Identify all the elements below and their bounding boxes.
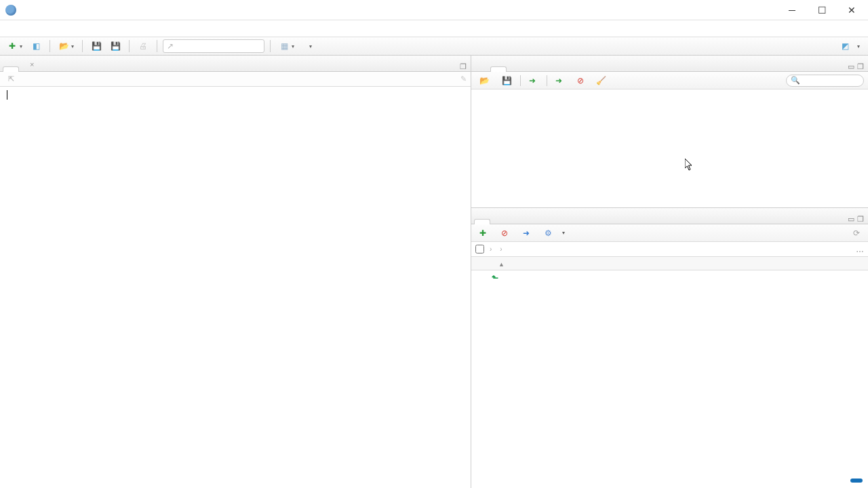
new-project-button[interactable]: ◧: [28, 39, 44, 53]
pane-maximize-icon[interactable]: ❐: [857, 62, 864, 71]
to-console-button[interactable]: ➜: [525, 75, 542, 87]
app-logo-icon: [5, 5, 16, 16]
menu-view[interactable]: [45, 27, 58, 30]
menu-debug[interactable]: [99, 27, 113, 30]
tab-history[interactable]: [490, 66, 507, 72]
save-history-button[interactable]: 💾: [498, 75, 516, 87]
console-cursor: [7, 90, 7, 100]
left-tabs: × ❐: [0, 56, 471, 72]
folder-open-icon: 📂: [58, 41, 69, 52]
save-button[interactable]: 💾: [88, 39, 104, 53]
files-columns-header: ▲: [471, 257, 868, 270]
maximize-button[interactable]: ☐: [807, 0, 837, 20]
save-all-icon: 💾: [110, 41, 121, 52]
project-icon: ◩: [840, 41, 850, 52]
tab-files[interactable]: [474, 219, 490, 224]
menu-build[interactable]: [85, 27, 99, 30]
search-icon: 🔍: [791, 76, 800, 85]
folder-up-icon: ⬑: [492, 273, 498, 283]
files-toolbar: ✚ ⊘ ➜ ⚙ ▾ ⟳: [471, 224, 868, 242]
save-all-button[interactable]: 💾: [107, 39, 123, 53]
right-top-tabs: ▭ ❐: [471, 56, 868, 72]
clear-history-button[interactable]: 🧹: [592, 75, 610, 87]
close-icon[interactable]: ×: [30, 60, 34, 68]
history-body[interactable]: [471, 89, 868, 207]
titlebar: ─ ☐ ✕: [0, 0, 868, 20]
right-bottom-tabs: ▭ ❐: [471, 208, 868, 224]
tab-connections[interactable]: [507, 66, 523, 72]
folder-open-icon: 📂: [479, 76, 490, 85]
breadcrumb-more[interactable]: …: [856, 245, 864, 254]
wd-popout-icon[interactable]: ⇱: [8, 75, 14, 83]
print-button[interactable]: 🖨: [135, 39, 151, 53]
to-source-icon: ➜: [555, 76, 562, 85]
pane-maximize-icon[interactable]: ❐: [857, 215, 864, 224]
menubar: [0, 20, 868, 37]
new-project-icon: ◧: [31, 41, 41, 52]
console-body[interactable]: [0, 87, 471, 488]
menu-code[interactable]: [31, 27, 45, 30]
delete-button[interactable]: ⊘: [497, 227, 515, 239]
print-icon: 🖨: [138, 41, 149, 52]
project-selector[interactable]: ◩ ▾: [840, 41, 864, 52]
remove-entry-button[interactable]: ⊘: [573, 75, 588, 87]
minimize-button[interactable]: ─: [777, 0, 807, 20]
menu-edit[interactable]: [18, 27, 31, 30]
tab-packages[interactable]: [507, 219, 523, 224]
right-bottom-pane: ▭ ❐ ✚ ⊘ ➜ ⚙ ▾ ⟳ › › … ▲: [471, 208, 868, 488]
new-folder-icon: ✚: [479, 228, 486, 238]
save-icon: 💾: [91, 41, 102, 52]
menu-help[interactable]: [140, 27, 153, 30]
tab-viewer[interactable]: [539, 219, 555, 224]
chevron-icon: ›: [490, 245, 492, 253]
tab-console[interactable]: [3, 66, 19, 72]
files-breadcrumb: › › …: [471, 242, 868, 257]
file-row-up[interactable]: ⬑: [471, 270, 868, 285]
goto-file-input[interactable]: ↗: [163, 39, 264, 53]
save-icon: 💾: [502, 76, 512, 85]
delete-icon: ⊘: [501, 228, 508, 238]
load-history-button[interactable]: 📂: [475, 75, 494, 87]
select-all-checkbox[interactable]: [475, 245, 484, 253]
chevron-icon: ›: [500, 245, 502, 253]
menu-session[interactable]: [72, 27, 85, 30]
tab-environment[interactable]: [474, 66, 490, 72]
pane-minimize-icon[interactable]: ▭: [848, 215, 854, 224]
pane-maximize-icon[interactable]: ❐: [460, 62, 467, 71]
menu-tools[interactable]: [126, 27, 140, 30]
tab-plots-bottom[interactable]: [490, 219, 507, 224]
close-button[interactable]: ✕: [837, 0, 867, 20]
history-toolbar: 📂 💾 ➜ ➜ ⊘ 🧹 🔍: [471, 72, 868, 89]
menu-profile[interactable]: [113, 27, 126, 30]
watermark-badge: [850, 479, 863, 483]
refresh-button[interactable]: ⟳: [849, 227, 864, 239]
remove-icon: ⊘: [577, 76, 584, 85]
tab-terminal[interactable]: ×: [19, 57, 42, 72]
right-pane: ▭ ❐ 📂 💾 ➜ ➜ ⊘ 🧹 🔍: [471, 56, 868, 488]
col-name[interactable]: ▲: [471, 260, 695, 268]
history-search-input[interactable]: 🔍: [786, 75, 864, 87]
new-file-button[interactable]: ✚▾: [4, 39, 25, 53]
open-file-button[interactable]: 📂▾: [56, 39, 77, 53]
left-pane: × ❐ ⇱ ✎: [0, 56, 471, 488]
more-button[interactable]: ⚙ ▾: [540, 227, 569, 239]
clear-console-icon[interactable]: ✎: [460, 75, 467, 83]
new-file-icon: ✚: [7, 41, 18, 52]
grid-button[interactable]: ▦▾: [276, 39, 297, 53]
pane-minimize-icon[interactable]: ▭: [848, 62, 854, 71]
window-controls: ─ ☐ ✕: [777, 0, 867, 20]
addins-button[interactable]: ▾: [300, 40, 315, 53]
new-folder-button[interactable]: ✚: [475, 227, 493, 239]
content-area: × ❐ ⇱ ✎ ▭ ❐: [0, 56, 868, 488]
console-subbar: ⇱ ✎: [0, 72, 471, 87]
broom-icon: 🧹: [596, 76, 606, 85]
rename-button[interactable]: ➜: [519, 227, 536, 239]
tab-help[interactable]: [523, 219, 539, 224]
gear-icon: ⚙: [545, 228, 552, 238]
menu-file[interactable]: [4, 27, 18, 30]
menu-plots[interactable]: [58, 27, 72, 30]
right-top-pane: ▭ ❐ 📂 💾 ➜ ➜ ⊘ 🧹 🔍: [471, 56, 868, 208]
main-toolbar: ✚▾ ◧ 📂▾ 💾 💾 🖨 ↗ ▦▾ ▾ ◩ ▾: [0, 37, 868, 56]
to-source-button[interactable]: ➜: [551, 75, 569, 87]
goto-arrow-icon: ↗: [167, 41, 174, 51]
